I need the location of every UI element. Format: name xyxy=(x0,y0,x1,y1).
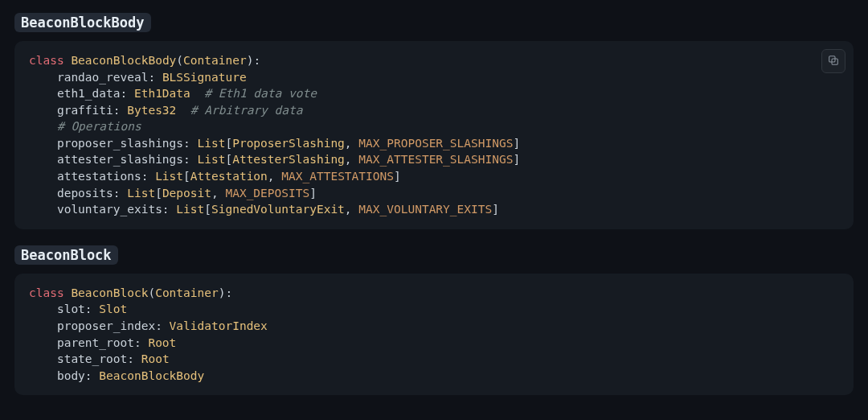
section-heading: BeaconBlockBody xyxy=(14,14,854,31)
code-block-beaconblock: class BeaconBlock(Container): slot: Slot… xyxy=(14,274,854,395)
copy-button[interactable] xyxy=(821,49,845,73)
section-heading-code: BeaconBlockBody xyxy=(14,13,151,32)
code-block-beaconblockbody: class BeaconBlockBody(Container): randao… xyxy=(14,41,854,229)
code-content: class BeaconBlockBody(Container): randao… xyxy=(29,52,839,218)
page: BeaconBlockBody class BeaconBlockBody(Co… xyxy=(0,0,868,420)
code-content: class BeaconBlock(Container): slot: Slot… xyxy=(29,285,839,384)
section-heading: BeaconBlock xyxy=(14,247,854,264)
section-heading-code: BeaconBlock xyxy=(14,245,118,265)
copy-icon xyxy=(827,54,840,69)
